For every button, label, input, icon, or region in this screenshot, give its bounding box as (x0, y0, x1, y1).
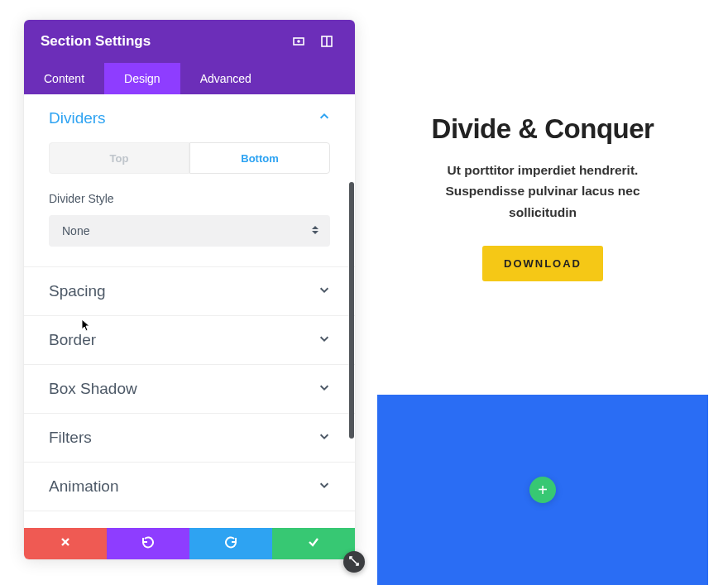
svg-line-8 (350, 557, 358, 565)
resize-handle[interactable] (343, 551, 365, 573)
divider-style-label: Divider Style (49, 192, 330, 205)
responsive-view-icon[interactable] (287, 30, 310, 53)
accordion-header-filters[interactable]: Filters (24, 414, 355, 462)
redo-button[interactable] (189, 528, 272, 559)
accordion-title-border: Border (49, 331, 96, 349)
accordion-border: Border (24, 316, 355, 365)
preview-body-text: Ut porttitor imperdiet hendrerit. Suspen… (410, 160, 675, 223)
panel-body: Dividers Top Bottom Divider Style None (24, 94, 355, 528)
select-caret-icon (312, 223, 318, 238)
accordion-dividers: Dividers Top Bottom Divider Style None (24, 94, 355, 267)
toggle-top[interactable]: Top (49, 142, 189, 174)
undo-button[interactable] (107, 528, 189, 559)
chevron-up-icon (318, 111, 330, 126)
tab-content[interactable]: Content (24, 63, 104, 94)
accordion-title-spacing: Spacing (49, 282, 106, 300)
accordion-title-filters: Filters (49, 429, 92, 447)
scrollbar[interactable] (348, 182, 355, 521)
accordion-filters: Filters (24, 414, 355, 463)
preview-heading: Divide & Conquer (432, 113, 654, 145)
accordion-animation: Animation (24, 463, 355, 511)
panel-header: Section Settings (24, 20, 355, 63)
expand-icon (349, 554, 359, 569)
svg-marker-4 (312, 226, 318, 229)
scrollbar-thumb[interactable] (349, 182, 354, 439)
check-icon (307, 535, 320, 552)
chevron-down-icon (318, 381, 330, 396)
divider-style-select[interactable]: None (49, 215, 330, 247)
close-icon (60, 536, 71, 551)
accordion-title-dividers: Dividers (49, 109, 106, 127)
panel-footer (24, 528, 355, 559)
chevron-down-icon (318, 284, 330, 299)
preview-pane: Divide & Conquer Ut porttitor imperdiet … (377, 0, 708, 585)
accordion-spacing: Spacing (24, 267, 355, 316)
settings-panel: Section Settings Content Design Advanced… (24, 20, 355, 559)
accordion-box-shadow: Box Shadow (24, 365, 355, 414)
svg-marker-5 (312, 231, 318, 234)
accordion-header-box-shadow[interactable]: Box Shadow (24, 365, 355, 413)
chevron-down-icon (318, 430, 330, 445)
accordion-title-box-shadow: Box Shadow (49, 380, 137, 398)
accordion-header-animation[interactable]: Animation (24, 463, 355, 511)
chevron-down-icon (318, 333, 330, 348)
chevron-down-icon (318, 479, 330, 494)
tab-design[interactable]: Design (104, 63, 180, 94)
preview-section-bottom: + (377, 395, 708, 585)
layout-columns-icon[interactable] (315, 30, 338, 53)
accordion-header-spacing[interactable]: Spacing (24, 267, 355, 315)
divider-style-value: None (62, 224, 89, 237)
divider-position-toggle: Top Bottom (49, 142, 330, 174)
add-section-button[interactable]: + (529, 477, 556, 503)
accordion-body-dividers: Top Bottom Divider Style None (24, 142, 355, 266)
toggle-bottom[interactable]: Bottom (189, 142, 330, 174)
cancel-button[interactable] (24, 528, 107, 559)
accordion-header-dividers[interactable]: Dividers (24, 94, 355, 142)
preview-section-top: Divide & Conquer Ut porttitor imperdiet … (377, 0, 708, 395)
plus-icon: + (538, 481, 548, 500)
accordion-title-animation: Animation (49, 477, 119, 496)
panel-title: Section Settings (41, 33, 282, 50)
svg-point-1 (298, 41, 299, 42)
panel-tabs: Content Design Advanced (24, 63, 355, 94)
tab-advanced[interactable]: Advanced (180, 63, 271, 94)
undo-icon (141, 535, 155, 552)
redo-icon (224, 535, 237, 552)
download-button[interactable]: DOWNLOAD (482, 246, 603, 281)
accordion-header-border[interactable]: Border (24, 316, 355, 364)
save-button[interactable] (272, 528, 355, 559)
